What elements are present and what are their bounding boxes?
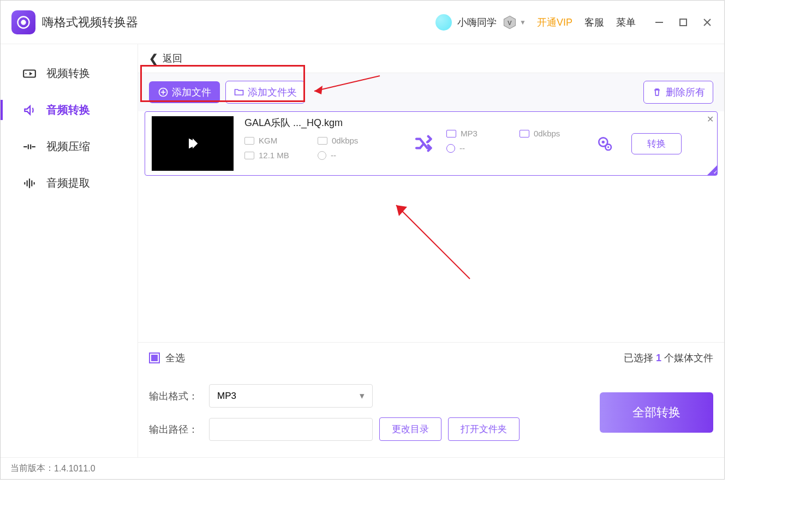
change-dir-button[interactable]: 更改目录 <box>379 417 441 441</box>
version-label: 当前版本： <box>10 463 54 474</box>
select-bar: 全选 已选择 1 个媒体文件 <box>138 342 724 373</box>
folder-icon <box>234 87 244 98</box>
sidebar-item-label: 视频压缩 <box>46 139 90 154</box>
delete-all-button[interactable]: 删除所有 <box>643 81 713 104</box>
user-name[interactable]: 小嗨同学 <box>457 16 497 29</box>
file-name: GALA乐队 ..._HQ.kgm <box>244 116 403 129</box>
select-all-label: 全选 <box>165 351 185 364</box>
duration-icon <box>318 151 326 160</box>
main-panel: ❮ 返回 添加文件 添加文件夹 删除所有 <box>138 44 724 457</box>
back-label: 返回 <box>163 52 182 65</box>
sidebar-item-video-convert[interactable]: 视频转换 <box>1 55 138 92</box>
selected-count: 已选择 1 个媒体文件 <box>624 351 713 364</box>
menu-link[interactable]: 菜单 <box>616 16 636 29</box>
maximize-button[interactable] <box>677 16 689 28</box>
src-duration: -- <box>331 151 336 160</box>
audio-extract-icon <box>22 176 37 190</box>
svg-point-26 <box>607 146 609 148</box>
size-icon <box>244 152 254 159</box>
vip-dropdown-icon[interactable]: ▼ <box>520 19 526 26</box>
chevron-down-icon: ▾ <box>360 390 365 402</box>
plus-circle-icon <box>158 87 169 98</box>
svg-marker-10 <box>29 71 32 75</box>
open-vip-link[interactable]: 开通VIP <box>537 16 572 29</box>
shuffle-arrow-icon <box>403 133 446 154</box>
format-icon <box>244 137 254 145</box>
minimize-button[interactable] <box>653 16 665 28</box>
dst-duration-icon <box>446 144 455 153</box>
sidebar-item-audio-convert[interactable]: 音频转换 <box>1 92 138 128</box>
sidebar-item-video-compress[interactable]: 视频压缩 <box>1 128 138 165</box>
output-format-label: 输出格式： <box>149 390 198 403</box>
convert-button[interactable]: 转换 <box>631 133 682 154</box>
add-folder-button[interactable]: 添加文件夹 <box>225 81 305 104</box>
vip-badge-icon: V <box>502 15 517 30</box>
src-format: KGM <box>259 136 277 145</box>
selected-corner-icon <box>707 165 717 175</box>
dst-bitrate: 0dkbps <box>534 129 560 138</box>
src-bitrate: 0dkbps <box>332 136 358 145</box>
svg-point-9 <box>25 73 26 74</box>
sidebar-item-label: 音频转换 <box>46 103 90 117</box>
dst-duration: -- <box>459 144 465 153</box>
convert-all-button[interactable]: 全部转换 <box>600 392 713 433</box>
select-all-checkbox[interactable] <box>149 352 160 363</box>
file-thumbnail[interactable] <box>152 116 234 171</box>
video-compress-icon <box>22 140 37 154</box>
titlebar: 嗨格式视频转换器 小嗨同学 V ▼ 开通VIP 客服 菜单 <box>1 1 724 44</box>
audio-convert-icon <box>22 103 37 117</box>
output-path-input[interactable] <box>209 418 373 441</box>
svg-point-1 <box>21 20 26 25</box>
svg-text:V: V <box>508 19 512 26</box>
add-folder-label: 添加文件夹 <box>248 86 297 99</box>
toolbar: 添加文件 添加文件夹 删除所有 <box>138 73 724 111</box>
close-button[interactable] <box>701 16 713 28</box>
dst-format-icon <box>446 130 456 138</box>
user-avatar[interactable] <box>435 14 452 31</box>
svg-point-24 <box>602 141 605 144</box>
back-button[interactable]: ❮ 返回 <box>138 44 724 73</box>
add-file-label: 添加文件 <box>172 86 211 99</box>
open-folder-button[interactable]: 打开文件夹 <box>448 417 520 441</box>
file-close-button[interactable]: ✕ <box>707 114 714 124</box>
dst-bitrate-icon <box>520 130 529 138</box>
file-card[interactable]: ✕ GALA乐队 ..._HQ.kgm KGM 0dkbps 12.1 MB -… <box>145 111 718 176</box>
video-convert-icon <box>22 67 37 81</box>
support-link[interactable]: 客服 <box>584 16 604 29</box>
file-settings-button[interactable] <box>583 135 626 152</box>
dst-format: MP3 <box>461 129 477 138</box>
output-path-label: 输出路径： <box>149 423 198 436</box>
chevron-left-icon: ❮ <box>149 52 158 65</box>
svg-rect-5 <box>680 19 686 26</box>
output-panel: 输出格式： MP3 ▾ 全部转换 输出路径： 更改目录 打开文件夹 <box>138 373 724 457</box>
sidebar: 视频转换 音频转换 视频压缩 音频提取 <box>1 44 138 457</box>
play-icon <box>185 136 200 151</box>
output-format-select[interactable]: MP3 ▾ <box>209 384 373 408</box>
add-file-button[interactable]: 添加文件 <box>149 81 220 103</box>
statusbar: 当前版本： 1.4.1011.0 <box>1 457 724 479</box>
sidebar-item-label: 音频提取 <box>46 176 90 190</box>
app-logo <box>11 10 35 34</box>
trash-icon <box>652 87 662 98</box>
file-list: ✕ GALA乐队 ..._HQ.kgm KGM 0dkbps 12.1 MB -… <box>138 111 724 342</box>
sidebar-item-label: 视频转换 <box>46 66 90 81</box>
app-title: 嗨格式视频转换器 <box>42 14 138 31</box>
sidebar-item-audio-extract[interactable]: 音频提取 <box>1 165 138 201</box>
bitrate-icon <box>318 137 327 145</box>
output-format-value: MP3 <box>217 391 236 402</box>
delete-all-label: 删除所有 <box>666 86 705 99</box>
version-value: 1.4.1011.0 <box>54 464 95 474</box>
file-size: 12.1 MB <box>259 151 289 160</box>
